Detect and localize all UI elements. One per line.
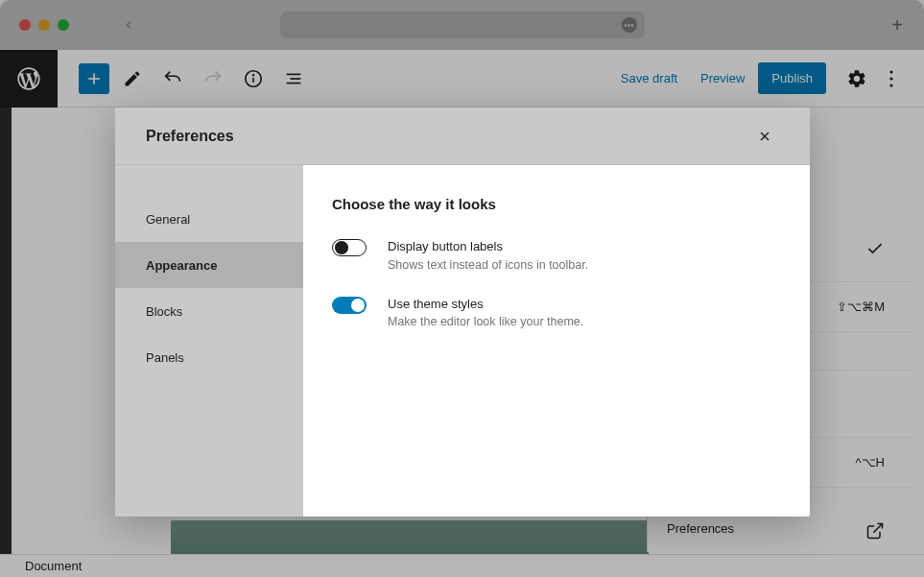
preferences-modal: Preferences General Appearance Blocks Pa…	[115, 108, 810, 517]
section-title: Choose the way it looks	[332, 196, 781, 212]
setting-label: Use theme styles	[388, 295, 583, 314]
setting-description: Make the editor look like your theme.	[388, 315, 583, 328]
nav-item-panels[interactable]: Panels	[115, 334, 303, 380]
nav-item-appearance[interactable]: Appearance	[115, 242, 303, 288]
modal-backdrop-titlebar	[0, 0, 924, 50]
setting-display-button-labels: Display button labels Shows text instead…	[332, 237, 781, 272]
setting-label: Display button labels	[388, 237, 588, 256]
toggle-use-theme-styles[interactable]	[332, 297, 367, 314]
modal-nav-sidebar: General Appearance Blocks Panels	[115, 165, 303, 517]
modal-title: Preferences	[146, 128, 234, 145]
modal-content: Choose the way it looks Display button l…	[303, 165, 810, 517]
toggle-display-button-labels[interactable]	[332, 239, 367, 256]
setting-description: Shows text instead of icons in toolbar.	[388, 258, 588, 272]
setting-use-theme-styles: Use theme styles Make the editor look li…	[332, 295, 781, 329]
nav-item-blocks[interactable]: Blocks	[115, 288, 303, 334]
close-icon	[757, 129, 772, 144]
modal-header: Preferences	[115, 108, 810, 165]
modal-close-button[interactable]	[750, 122, 779, 151]
nav-item-general[interactable]: General	[115, 196, 303, 242]
